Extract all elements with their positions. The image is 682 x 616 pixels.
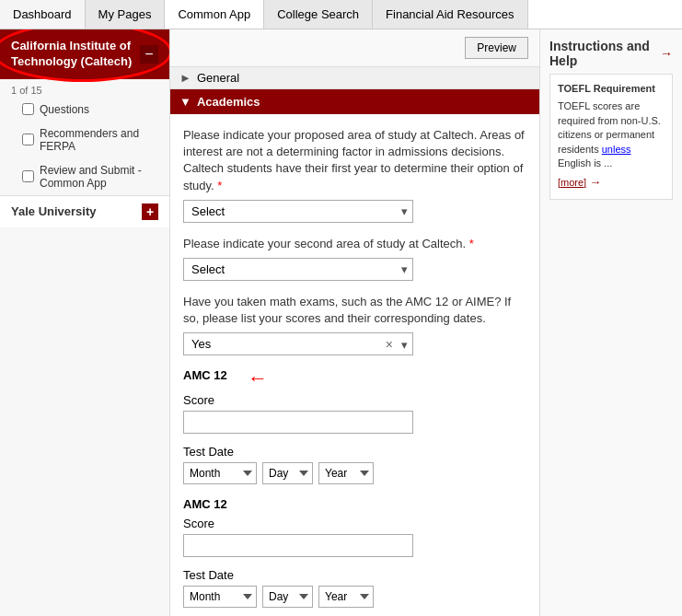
area-of-study-select[interactable]: Select [183, 200, 413, 223]
review-submit-checkbox[interactable] [22, 170, 34, 182]
tab-dashboard[interactable]: Dashboard [0, 0, 86, 29]
sidebar-school-yale[interactable]: Yale University + [0, 195, 169, 227]
tab-my-pages[interactable]: My Pages [86, 0, 166, 29]
help-box-body: TOEFL scores are required from non-U.S. … [558, 99, 665, 170]
amc12-label-1: AMC 12 [183, 368, 227, 382]
review-submit-label: Review and Submit - Common App [40, 164, 158, 190]
second-area-select[interactable]: Select [183, 258, 413, 281]
help-title-text: Instructions and Help [549, 39, 656, 68]
month-select-2[interactable]: Month [183, 586, 257, 608]
question3-text: Have you taken math exams, such as the A… [183, 294, 526, 327]
preview-button[interactable]: Preview [465, 37, 528, 59]
remove-school-button[interactable]: − [140, 45, 158, 64]
help-text-suffix: English is ... [558, 157, 612, 169]
clear-select-button[interactable]: × [386, 337, 393, 352]
question2-text: Please indicate your second area of stud… [183, 236, 526, 252]
day-select-1[interactable]: Day [262, 462, 313, 484]
top-navigation: Dashboard My Pages Common App College Se… [0, 0, 682, 29]
month-select-1[interactable]: Month [183, 462, 257, 484]
general-section-header[interactable]: ► General [170, 67, 539, 89]
main-layout: California Institute of Technology (Calt… [0, 29, 682, 616]
math-exams-select[interactable]: Yes [183, 332, 413, 355]
test-date-label-2: Test Date [183, 568, 526, 582]
tab-college-search[interactable]: College Search [264, 0, 373, 29]
test-date-selects-1: Month Day Year [183, 462, 526, 484]
right-panel: Instructions and Help → TOEFL Requiremen… [539, 29, 682, 616]
sidebar-item-review-submit[interactable]: Review and Submit - Common App [0, 158, 169, 195]
help-link-unless[interactable]: unless [602, 144, 631, 155]
help-box-title: TOEFL Requirement [558, 82, 665, 96]
content-area: Preview ► General ▼ Academics Please ind… [170, 29, 539, 616]
recommenders-label: Recommenders and FERPA [40, 127, 158, 153]
help-more-link[interactable]: [more] [558, 176, 586, 190]
year-select-1[interactable]: Year [318, 462, 374, 484]
question1-text: Please indicate your proposed area of st… [183, 127, 526, 194]
general-arrow-icon: ► [179, 71, 191, 85]
score-label-1: Score [183, 393, 526, 407]
section-counter: 1 of 15 [0, 79, 169, 98]
math-exams-select-wrapper: Yes × [183, 332, 413, 355]
sidebar-school-caltech[interactable]: California Institute of Technology (Calt… [0, 29, 169, 79]
tab-common-app[interactable]: Common App [165, 0, 264, 29]
test-date-label-1: Test Date [183, 445, 526, 459]
academics-arrow-icon: ▼ [179, 95, 191, 109]
score-input-1[interactable] [183, 411, 413, 434]
recommenders-checkbox[interactable] [22, 134, 34, 145]
area-of-study-select-wrapper: Select [183, 200, 413, 223]
form-area: Please indicate your proposed area of st… [170, 114, 539, 616]
content-header: Preview [170, 29, 539, 67]
amc12-label-2: AMC 12 [183, 497, 227, 511]
questions-checkbox[interactable] [22, 103, 34, 115]
caltech-school-name: California Institute of Technology (Calt… [11, 39, 140, 70]
help-panel-title: Instructions and Help → [549, 39, 673, 68]
academics-section-header[interactable]: ▼ Academics [170, 89, 539, 114]
amc12-section-1: AMC 12 ← [183, 368, 526, 388]
score-label-2: Score [183, 517, 526, 530]
sidebar-item-questions[interactable]: Questions [0, 98, 169, 122]
day-select-2[interactable]: Day [262, 586, 313, 608]
yale-school-name: Yale University [11, 204, 97, 218]
score-input-2[interactable] [183, 534, 413, 557]
academics-section-label: Academics [197, 95, 260, 109]
second-area-select-wrapper: Select [183, 258, 413, 281]
questions-label: Questions [40, 103, 89, 116]
add-yale-button[interactable]: + [142, 203, 158, 220]
more-arrow-icon: → [589, 174, 601, 191]
general-section-label: General [197, 71, 239, 85]
sidebar-item-recommenders[interactable]: Recommenders and FERPA [0, 122, 169, 158]
help-more: [more] → [558, 174, 665, 191]
help-arrow-icon: → [660, 46, 673, 61]
test-date-selects-2: Month Day Year [183, 586, 526, 608]
help-box: TOEFL Requirement TOEFL scores are requi… [549, 74, 673, 200]
year-select-2[interactable]: Year [318, 586, 374, 608]
sidebar: California Institute of Technology (Calt… [0, 29, 170, 616]
tab-financial-aid[interactable]: Financial Aid Resources [373, 0, 527, 29]
red-arrow-annotation: ← [248, 366, 268, 390]
